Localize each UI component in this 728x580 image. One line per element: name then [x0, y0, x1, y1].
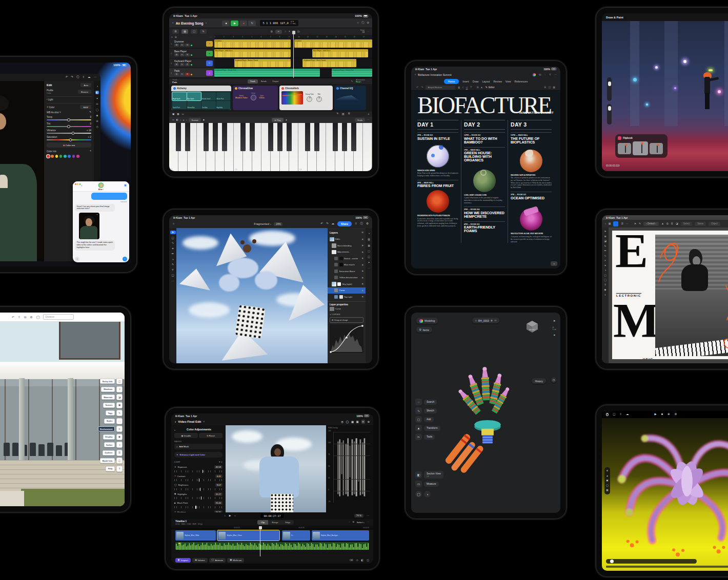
browse-button[interactable]: Browse	[78, 90, 91, 94]
close-window-icon[interactable]	[75, 183, 76, 185]
enhance-button[interactable]: ✦Enhance Light and Color	[174, 452, 223, 458]
inspect-button[interactable]: ◧Inspect	[175, 558, 191, 563]
lock-icon[interactable]: ◆	[203, 119, 205, 121]
copy-icon[interactable]: ⧉	[24, 316, 26, 319]
layers-icon[interactable]: ⧉	[368, 238, 371, 241]
track-stack-icon[interactable]: ⧉	[175, 36, 177, 38]
share-button[interactable]: Share	[337, 221, 352, 226]
cycle-button[interactable]: ↻	[248, 20, 256, 26]
brightness-slider[interactable]	[174, 488, 223, 490]
orient-icon[interactable]: ▲	[606, 475, 608, 478]
pad[interactable]: Metallic Swell	[201, 92, 216, 100]
editor-button[interactable]: ✎Editor	[486, 86, 495, 89]
undo-icon[interactable]: ↶	[416, 86, 418, 89]
mute-button[interactable]: M	[174, 73, 179, 76]
document-canvas[interactable]: BIOFACTURE INNOVATION SUMMIT DAY 1 2PM —…	[411, 91, 560, 268]
color-swatch[interactable]	[72, 155, 75, 158]
drive-knob[interactable]	[251, 95, 256, 100]
region[interactable]: Keyboard Player - Simple Pad	[214, 69, 320, 77]
list-style-icon[interactable]: ☰	[544, 86, 546, 89]
color-wheel-icon[interactable]: ◯	[346, 421, 349, 423]
minimize-window-icon[interactable]	[77, 183, 78, 185]
transform-icon[interactable]: ▲	[661, 222, 664, 225]
region[interactable]: Drummer	[294, 39, 372, 48]
node-tool-icon[interactable]: ⊕	[604, 235, 606, 238]
home-icon[interactable]: ⌂	[173, 222, 174, 225]
segment-edge[interactable]: Edge	[282, 520, 294, 525]
highlights-slider[interactable]	[174, 497, 223, 499]
edit-tool-icon[interactable]: ◧	[95, 91, 99, 94]
solo-button[interactable]: S	[180, 63, 185, 66]
dismiss-keyboard-button[interactable]: ⌗	[551, 261, 557, 266]
measure-button[interactable]: ▭Measure	[415, 481, 443, 487]
piano-black-key[interactable]	[287, 123, 292, 151]
mute-button[interactable]: M	[174, 44, 179, 47]
automation-pencil-icon[interactable]: ✎	[351, 80, 353, 82]
photo-attachment[interactable]: ×	[79, 213, 99, 239]
pad[interactable]: Synth Pluck	[172, 101, 187, 109]
info-icon[interactable]: ⓘ	[361, 22, 365, 25]
lcd-display[interactable]: 5 1 1 086 127,0 4/4C maj	[260, 20, 298, 26]
outliner-icon[interactable]: ☰	[116, 450, 123, 456]
avatar[interactable]	[98, 182, 104, 188]
adjustment-value[interactable]: 11.27	[214, 492, 223, 496]
disable-button[interactable]: ◉ Disable	[174, 433, 198, 438]
pad[interactable]: Bright Arp	[216, 101, 231, 109]
render-viewport[interactable]: ⊕ ▲ ▣ ◯ ▦	[602, 418, 728, 571]
volume-button[interactable]: ▶Volume	[192, 558, 208, 563]
snapping-icon[interactable]: ⧉	[353, 521, 354, 523]
drag-on-image-button[interactable]: ⊕Drag on image	[330, 317, 363, 323]
info-icon[interactable]: ⓘ	[76, 76, 79, 79]
tool-mode-pill[interactable]: ✂	[275, 30, 282, 34]
black-point-slider[interactable]	[174, 506, 223, 508]
redo-icon[interactable]: ↷	[326, 222, 329, 225]
alchemy-pads[interactable]: Bright Synth Epic Synth Metallic Swell M…	[171, 91, 231, 110]
same-button[interactable]: Same	[695, 222, 706, 226]
font-name-field[interactable]: Antipol Medium	[426, 86, 455, 90]
home-icon[interactable]: ⌂	[475, 319, 477, 322]
more-icon[interactable]: ···	[367, 80, 369, 82]
panel-item-styles[interactable]: Styles⬚	[104, 418, 123, 424]
align-icon[interactable]: ☰	[671, 222, 673, 225]
controls-icon[interactable]: ☰	[348, 113, 350, 116]
pen-tool-icon[interactable]: ✎	[172, 263, 174, 266]
zoom-level[interactable]: 24%	[274, 222, 282, 226]
marquee-tool-icon[interactable]: ▢	[171, 237, 174, 240]
align-icon[interactable]: ☰	[476, 86, 478, 89]
animation-frame[interactable]	[650, 143, 663, 154]
tool-add[interactable]: ▢Add	[415, 416, 440, 423]
piano-keyboard[interactable]: C2C3C4	[169, 123, 372, 171]
timecode-icon[interactable]: ◷	[341, 421, 343, 423]
add-track-icon[interactable]: +	[171, 36, 173, 38]
color-swatch-row[interactable]	[47, 155, 91, 158]
more-icon[interactable]: ···	[367, 521, 369, 523]
brush-tool-icon[interactable]: ✏	[604, 250, 606, 252]
preset-selector[interactable]: ‹ Default ›	[643, 222, 659, 226]
zoom-level[interactable]: 74 %	[354, 514, 363, 517]
visual-style-icon[interactable]: ✦	[553, 334, 556, 337]
record-enable-button[interactable]: R	[185, 63, 190, 66]
tab-output[interactable]: Output	[270, 79, 281, 84]
history-tool-icon[interactable]: ◷	[96, 126, 98, 128]
quick-select-tool-icon[interactable]: ✦	[172, 247, 174, 251]
add-mask-button[interactable]: +Add Mask	[174, 444, 223, 449]
color-swatch[interactable]	[59, 155, 63, 158]
solo-button[interactable]: S	[180, 44, 185, 47]
piano-black-key[interactable]	[176, 123, 181, 151]
tab-review[interactable]: Review	[493, 80, 501, 83]
saturation-slider[interactable]	[47, 139, 91, 140]
photo-canvas[interactable]	[0, 81, 44, 261]
cloud-sync-icon[interactable]: ☁	[88, 76, 91, 79]
move-tool-icon[interactable]: ➤	[634, 222, 636, 225]
layer-row-curve[interactable]: Curve◉	[328, 287, 366, 294]
layer-row-noise[interactable]: Noise blending◉	[328, 242, 366, 249]
environment-icon[interactable]: ☀	[116, 426, 123, 432]
next-frame-icon[interactable]: ›	[235, 514, 236, 517]
region[interactable]: Keyboard Player - Broken Chords	[234, 59, 291, 67]
curves-section-label[interactable]: ∨ CURVES	[330, 313, 363, 316]
layer-row-adj1[interactable]: Sweat…ooster◉	[328, 255, 366, 262]
crop-tool-icon[interactable]: ◆	[604, 288, 606, 291]
visibility-icon[interactable]: ◉	[362, 296, 364, 298]
region[interactable]: Bass Player - Indie Disco	[214, 49, 291, 57]
animate-button[interactable]: ◯Animate	[209, 558, 226, 563]
